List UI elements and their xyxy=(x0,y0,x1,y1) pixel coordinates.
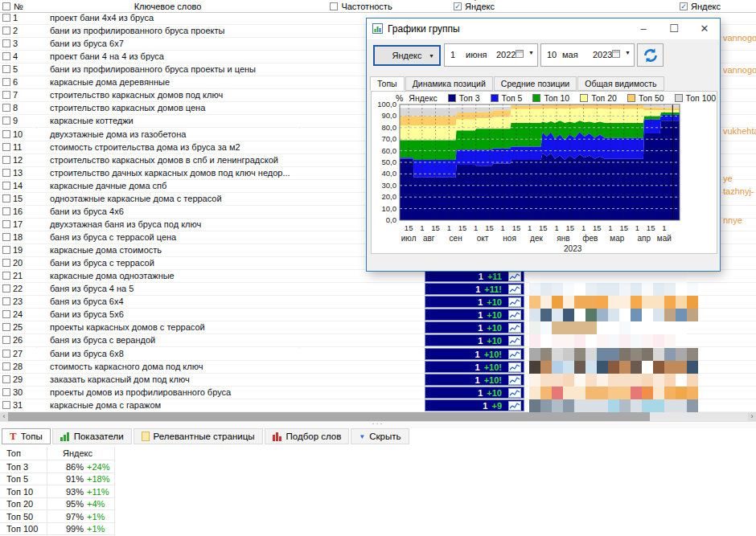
position-history-chart-icon[interactable] xyxy=(508,388,521,398)
row-checkbox[interactable] xyxy=(2,52,10,60)
yandex-position-cell[interactable]: 1+9 xyxy=(425,399,524,411)
row-checkbox[interactable] xyxy=(2,14,10,22)
table-row[interactable]: 26баня из бруса с верандой1+10 xyxy=(0,334,756,347)
bottom-tab-hide[interactable]: ▼Скрыть xyxy=(351,428,409,444)
row-checkbox[interactable] xyxy=(2,362,10,370)
yandex-position-cell[interactable]: 1+10 xyxy=(425,309,524,321)
stats-delta: +1% xyxy=(87,524,105,534)
row-checkbox[interactable] xyxy=(2,104,10,112)
row-checkbox[interactable] xyxy=(2,169,10,177)
date-to-day: 10 xyxy=(547,50,557,59)
yandex-position-cell[interactable]: 1+10! xyxy=(425,361,524,373)
yandex-position-cell[interactable]: 1+11 xyxy=(425,270,524,282)
header-col-ключевое слово[interactable]: Ключевое слово xyxy=(36,0,299,12)
row-checkbox[interactable] xyxy=(2,272,10,280)
popup-tab-Общая видимость[interactable]: Общая видимость xyxy=(577,76,664,91)
table-row[interactable]: 21каркасные дома одноэтажные1+11 xyxy=(0,270,756,283)
scroll-left-icon[interactable]: ‹ xyxy=(0,412,8,421)
mosaic-block xyxy=(574,374,585,387)
position-history-chart-icon[interactable] xyxy=(508,284,521,294)
row-checkbox[interactable] xyxy=(2,156,10,164)
position-history-chart-icon[interactable] xyxy=(508,336,521,346)
header-checkbox[interactable] xyxy=(330,2,338,10)
row-checkbox[interactable] xyxy=(2,182,10,190)
scroll-right-icon[interactable]: › xyxy=(748,412,756,421)
row-checkbox[interactable] xyxy=(2,39,10,47)
row-checkbox[interactable] xyxy=(2,401,10,409)
position-history-chart-icon[interactable] xyxy=(508,375,521,385)
row-checkbox[interactable] xyxy=(2,259,10,267)
table-row[interactable]: 30проекты домов из профилированного брус… xyxy=(0,387,756,399)
position-history-chart-icon[interactable] xyxy=(508,350,521,359)
header-col-яндекс[interactable]: ✓Яндекс xyxy=(525,0,756,12)
row-checkbox[interactable] xyxy=(2,375,10,383)
position-history-chart-icon[interactable] xyxy=(508,297,521,307)
row-checkbox[interactable] xyxy=(2,27,10,35)
yandex-position-cell[interactable]: 1+10! xyxy=(425,374,524,386)
refresh-button[interactable] xyxy=(637,43,664,67)
row-checkbox[interactable] xyxy=(2,246,10,254)
table-row[interactable]: 28стоимость каркасного дома под ключ1+10… xyxy=(0,361,756,374)
yandex-position-cell[interactable]: 1+10 xyxy=(425,334,524,346)
table-row[interactable]: 24бани из бруса 5x61+10 xyxy=(0,309,756,321)
bottom-tab-metrics[interactable]: Показатели xyxy=(52,428,132,444)
yandex-position-cell[interactable]: 1+10! xyxy=(425,348,524,360)
row-checkbox[interactable] xyxy=(2,336,10,344)
row-checkbox[interactable] xyxy=(2,78,10,86)
legend-label: Топ 10 xyxy=(544,93,569,103)
row-checkbox[interactable] xyxy=(2,207,10,215)
mosaic-block xyxy=(563,387,574,399)
minimize-button[interactable]: – xyxy=(628,18,659,39)
close-button[interactable]: ✕ xyxy=(689,18,720,39)
row-checkbox[interactable] xyxy=(2,143,10,151)
bottom-tab-pages[interactable]: Релевантные страницы xyxy=(134,428,263,444)
row-checkbox[interactable] xyxy=(2,350,10,358)
mosaic-block xyxy=(676,321,687,334)
search-engine-select[interactable]: Яндекс ▼ xyxy=(373,45,441,66)
yandex-position-cell[interactable]: 1+10 xyxy=(425,321,524,333)
header-col-частотность[interactable]: Частотность xyxy=(299,0,423,12)
table-row[interactable]: 25проекты каркасных домов с террасой1+10 xyxy=(0,321,756,334)
row-checkbox[interactable] xyxy=(2,284,10,293)
header-checkbox[interactable]: ✓ xyxy=(454,2,462,10)
table-row[interactable]: 23баня из бруса 6x41+10 xyxy=(0,296,756,309)
maximize-button[interactable]: ☐ xyxy=(659,18,689,39)
mosaic-block xyxy=(608,387,619,399)
row-checkbox[interactable] xyxy=(2,220,10,228)
yandex-position-cell[interactable]: 1+10 xyxy=(425,296,524,308)
header-checkbox[interactable]: ✓ xyxy=(680,2,688,10)
yandex-position-cell[interactable]: 1+11! xyxy=(425,283,524,295)
table-row[interactable]: 29заказать каркасный дом под ключ1+10! xyxy=(0,374,756,387)
row-checkbox[interactable] xyxy=(2,323,10,331)
position-history-chart-icon[interactable] xyxy=(508,401,521,411)
row-checkbox[interactable] xyxy=(2,130,10,138)
header-col-яндекс[interactable]: ✓Яндексˆ xyxy=(423,0,525,12)
table-row[interactable]: 27бани из бруса 6x81+10! xyxy=(0,348,756,361)
date-to-picker[interactable]: 10 мая 2023 г. ▼ xyxy=(540,43,635,67)
row-checkbox[interactable] xyxy=(2,388,10,396)
row-checkbox[interactable] xyxy=(2,194,10,203)
row-checkbox[interactable] xyxy=(2,233,10,241)
popup-tab-Топы[interactable]: Топы xyxy=(370,76,405,91)
header-col-num[interactable]: № xyxy=(0,0,36,12)
header-checkbox[interactable] xyxy=(2,2,10,10)
row-checkbox[interactable] xyxy=(2,310,10,318)
bottom-tab-words[interactable]: Подбор слов xyxy=(265,428,350,444)
date-from-picker[interactable]: 1 июня 2022 г. ▼ xyxy=(444,43,538,67)
scrollbar-thumb[interactable] xyxy=(8,412,650,421)
popup-tab-Динамика позиций[interactable]: Динамика позиций xyxy=(405,76,493,91)
table-row[interactable]: 22баня из бруса 4 на 51+11! xyxy=(0,283,756,296)
yandex-position-cell[interactable]: 1+10 xyxy=(425,387,524,399)
table-row[interactable]: 31каркасные дома с гаражом1+9 xyxy=(0,399,756,412)
position-history-chart-icon[interactable] xyxy=(508,362,521,372)
popup-tab-Средние позиции[interactable]: Средние позиции xyxy=(494,76,577,91)
bottom-tab-tops[interactable]: TТопы xyxy=(2,428,51,444)
row-checkbox[interactable] xyxy=(2,65,10,73)
row-checkbox[interactable] xyxy=(2,117,10,125)
row-checkbox[interactable] xyxy=(2,297,10,305)
position-history-chart-icon[interactable] xyxy=(508,323,521,333)
position-history-chart-icon[interactable] xyxy=(508,272,521,281)
row-checkbox[interactable] xyxy=(2,91,10,99)
position-delta: +10! xyxy=(484,375,502,385)
position-history-chart-icon[interactable] xyxy=(508,310,521,320)
